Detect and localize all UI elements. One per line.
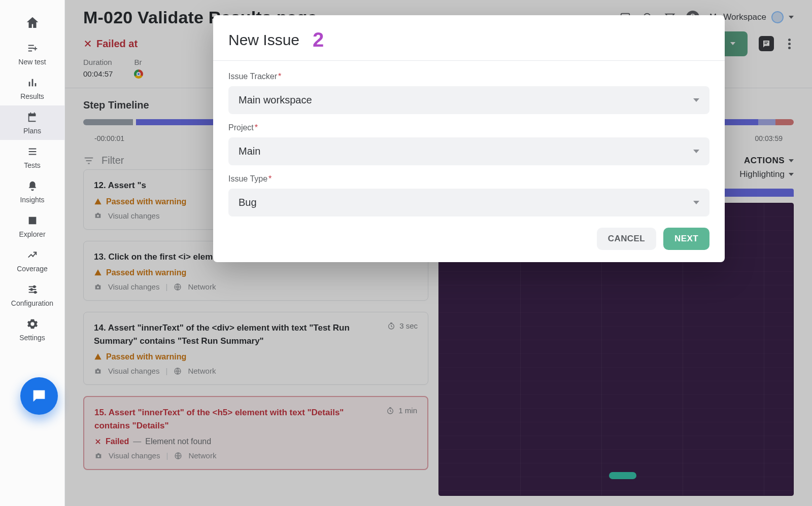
svg-point-1 bbox=[30, 288, 32, 291]
field-label: Issue Type* bbox=[228, 174, 709, 184]
modal-step-indicator: 2 bbox=[313, 28, 324, 51]
sidebar-item-label: Settings bbox=[19, 334, 45, 342]
sidebar-item-configuration[interactable]: Configuration bbox=[0, 278, 64, 312]
sidebar-item-label: Configuration bbox=[11, 299, 53, 307]
field-label: Issue Tracker* bbox=[228, 72, 709, 81]
list-icon bbox=[26, 145, 39, 158]
select-value: Main workspace bbox=[239, 94, 312, 106]
sidebar: New test Results Plans Tests Insights Ex… bbox=[0, 0, 65, 506]
sidebar-item-coverage[interactable]: Coverage bbox=[0, 243, 64, 278]
chevron-down-icon bbox=[693, 150, 699, 153]
sidebar-item-home[interactable] bbox=[0, 9, 64, 37]
sidebar-item-label: Insights bbox=[20, 196, 44, 204]
field-issue-type: Issue Type* Bug bbox=[228, 174, 709, 216]
field-issue-tracker: Issue Tracker* Main workspace bbox=[228, 72, 709, 114]
svg-point-2 bbox=[34, 292, 36, 294]
chevron-down-icon bbox=[693, 98, 699, 102]
sidebar-item-explorer[interactable]: Explorer bbox=[0, 209, 64, 243]
issue-tracker-select[interactable]: Main workspace bbox=[228, 86, 709, 114]
field-label: Project* bbox=[228, 123, 709, 132]
sidebar-item-label: Tests bbox=[24, 161, 41, 169]
main: M-020 Validate Results page ? My Workspa… bbox=[65, 0, 812, 506]
issue-type-select[interactable]: Bug bbox=[228, 189, 709, 216]
modal-body: Issue Tracker* Main workspace Project* M… bbox=[213, 61, 725, 221]
sidebar-item-label: Plans bbox=[23, 127, 41, 135]
select-value: Bug bbox=[239, 197, 257, 208]
sidebar-item-insights[interactable]: Insights bbox=[0, 174, 64, 209]
project-select[interactable]: Main bbox=[228, 137, 709, 165]
select-value: Main bbox=[239, 146, 260, 157]
chevron-down-icon bbox=[693, 201, 699, 204]
modal-title: New Issue bbox=[228, 31, 299, 49]
sidebar-item-plans[interactable]: Plans bbox=[0, 105, 64, 140]
modal-footer: CANCEL NEXT bbox=[213, 221, 725, 262]
image-icon bbox=[26, 214, 39, 227]
sidebar-item-label: Coverage bbox=[17, 265, 48, 273]
calendar-icon bbox=[26, 111, 39, 124]
plus-list-icon bbox=[26, 42, 39, 55]
trend-icon bbox=[26, 248, 39, 262]
sidebar-item-label: Results bbox=[20, 92, 44, 100]
sliders-icon bbox=[26, 283, 39, 296]
cancel-button[interactable]: CANCEL bbox=[597, 228, 656, 250]
next-button[interactable]: NEXT bbox=[663, 228, 709, 250]
bell-icon bbox=[26, 179, 39, 193]
bars-icon bbox=[26, 76, 39, 89]
gear-icon bbox=[26, 317, 39, 331]
sidebar-item-label: New test bbox=[18, 58, 46, 66]
modal-header: New Issue 2 bbox=[213, 15, 725, 61]
sidebar-item-results[interactable]: Results bbox=[0, 71, 64, 105]
sidebar-item-settings[interactable]: Settings bbox=[0, 312, 64, 347]
sidebar-item-tests[interactable]: Tests bbox=[0, 140, 64, 174]
svg-point-0 bbox=[33, 286, 35, 288]
new-issue-modal: New Issue 2 Issue Tracker* Main workspac… bbox=[213, 15, 725, 262]
home-icon bbox=[24, 14, 41, 31]
chat-fab[interactable] bbox=[20, 377, 58, 415]
sidebar-item-label: Explorer bbox=[19, 230, 45, 238]
field-project: Project* Main bbox=[228, 123, 709, 165]
sidebar-item-new-test[interactable]: New test bbox=[0, 37, 64, 71]
